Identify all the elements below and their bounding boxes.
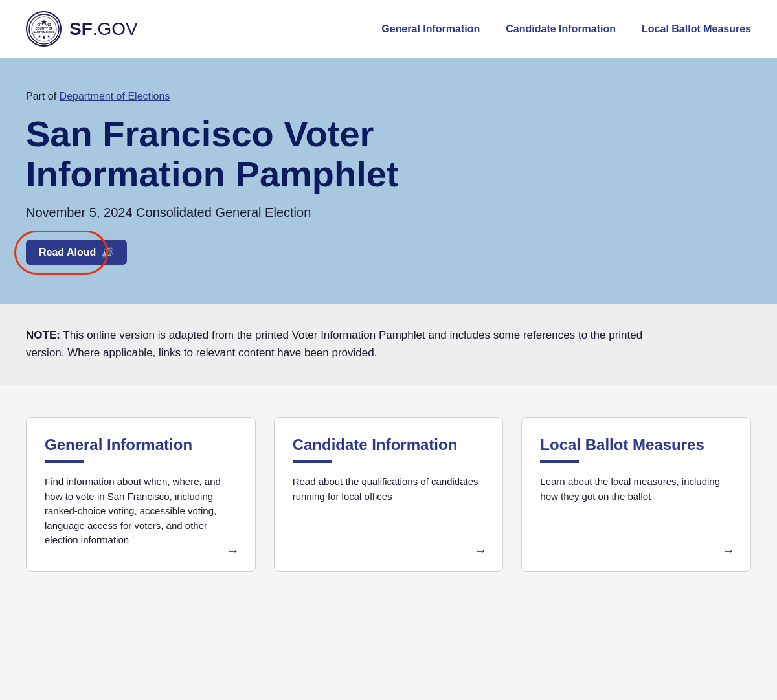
note-bold: NOTE: <box>26 329 60 341</box>
nav-local-ballot-measures[interactable]: Local Ballot Measures <box>642 23 751 35</box>
site-logo-text: SF.GOV <box>69 19 138 40</box>
part-of-prefix: Part of <box>26 91 60 102</box>
election-subtitle: November 5, 2024 Consolidated General El… <box>26 205 751 220</box>
note-body: This online version is adapted from the … <box>26 329 642 359</box>
card-candidate-desc: Read about the qualifications of candida… <box>293 475 485 548</box>
card-general-title: General Information <box>45 436 237 455</box>
speaker-icon: 🔊 <box>101 246 114 258</box>
nav-general-information[interactable]: General Information <box>381 23 480 35</box>
card-general-arrow: → <box>227 543 240 558</box>
logo-area: CITY AND COUNTY OF SAN FRANCISCO SF.GOV <box>26 11 138 47</box>
svg-text:COUNTY OF: COUNTY OF <box>35 27 52 30</box>
card-candidate-divider <box>293 460 332 463</box>
site-header: CITY AND COUNTY OF SAN FRANCISCO SF.GOV … <box>0 0 777 58</box>
main-nav: General Information Candidate Informatio… <box>381 23 751 35</box>
hero-section: Part of Department of Elections San Fran… <box>0 58 777 304</box>
card-ballot-divider <box>540 460 579 463</box>
note-section: NOTE: This online version is adapted fro… <box>0 304 777 384</box>
read-aloud-button[interactable]: Read Aloud 🔊 <box>26 240 127 265</box>
sf-seal-icon: CITY AND COUNTY OF SAN FRANCISCO <box>26 11 62 47</box>
svg-point-7 <box>47 35 49 37</box>
read-aloud-label: Read Aloud <box>39 247 96 258</box>
department-of-elections-link[interactable]: Department of Elections <box>60 91 170 102</box>
logo-sf: SF <box>69 19 93 39</box>
card-general-desc: Find information about when, where, and … <box>45 475 237 548</box>
card-ballot-desc: Learn about the local measures, includin… <box>540 475 732 548</box>
page-title: San Francisco Voter Information Pamphlet <box>26 114 544 194</box>
card-local-ballot-measures[interactable]: Local Ballot Measures Learn about the lo… <box>521 417 751 572</box>
svg-point-6 <box>38 35 40 37</box>
card-candidate-information[interactable]: Candidate Information Read about the qua… <box>274 417 504 572</box>
cards-section: General Information Find information abo… <box>0 385 777 604</box>
card-ballot-title: Local Ballot Measures <box>540 436 732 455</box>
nav-candidate-information[interactable]: Candidate Information <box>506 23 616 35</box>
svg-text:SAN FRANCISCO: SAN FRANCISCO <box>33 30 54 34</box>
card-general-information[interactable]: General Information Find information abo… <box>26 417 256 572</box>
svg-text:CITY AND: CITY AND <box>37 23 51 27</box>
read-aloud-wrapper: Read Aloud 🔊 <box>26 240 127 265</box>
part-of-text: Part of Department of Elections <box>26 91 751 102</box>
logo-gov: .GOV <box>93 19 138 39</box>
note-text: NOTE: This online version is adapted fro… <box>26 326 673 361</box>
svg-point-5 <box>43 36 45 39</box>
card-candidate-arrow: → <box>474 543 487 558</box>
card-ballot-arrow: → <box>722 543 735 558</box>
card-candidate-title: Candidate Information <box>293 436 485 455</box>
card-general-divider <box>45 460 84 463</box>
